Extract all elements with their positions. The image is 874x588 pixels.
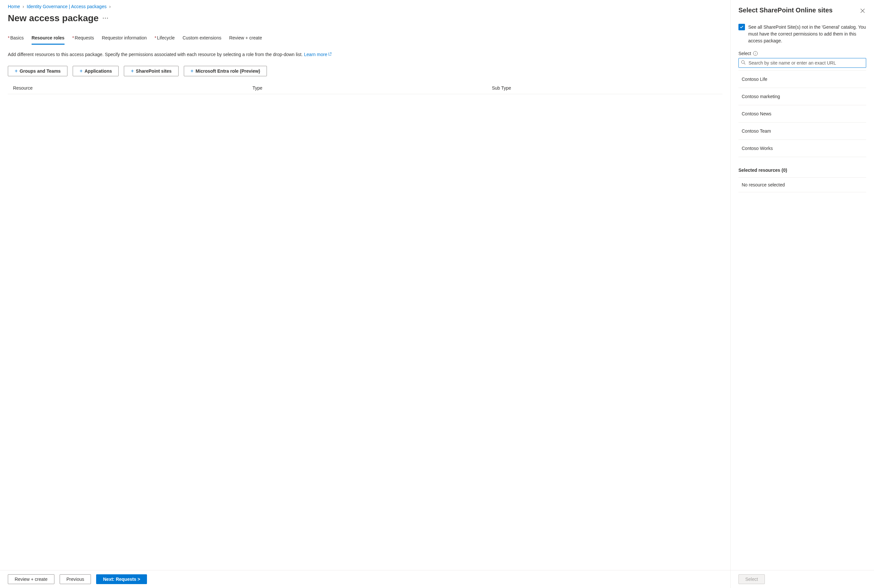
resource-table-header: Resource Type Sub Type: [8, 82, 723, 94]
tab-bar: *Basics Resource roles *Requests Request…: [8, 35, 723, 45]
search-input[interactable]: [738, 58, 866, 68]
tab-resource-roles[interactable]: Resource roles: [31, 35, 64, 45]
plus-icon: +: [15, 68, 18, 74]
site-item[interactable]: Contoso Life: [738, 71, 866, 88]
close-panel-button[interactable]: [859, 6, 866, 16]
learn-more-link[interactable]: Learn more: [304, 52, 332, 57]
select-sites-panel: Select SharePoint Online sites See all S…: [731, 0, 874, 588]
column-subtype: Sub Type: [492, 86, 717, 91]
site-list: Contoso Life Contoso marketing Contoso N…: [738, 70, 866, 157]
see-all-sites-checkbox-row[interactable]: See all SharePoint Site(s) not in the 'G…: [738, 24, 866, 44]
site-item[interactable]: Contoso Team: [738, 123, 866, 140]
resource-button-row: +Groups and Teams +Applications +SharePo…: [8, 66, 723, 76]
panel-header: Select SharePoint Online sites: [738, 6, 866, 16]
plus-icon: +: [190, 68, 193, 74]
page-title-text: New access package: [8, 13, 99, 24]
selected-resources-header: Selected resources (0): [738, 168, 866, 173]
column-resource: Resource: [13, 86, 253, 91]
breadcrumb-home[interactable]: Home: [8, 4, 20, 9]
panel-footer: Select: [731, 570, 874, 588]
tab-basics[interactable]: *Basics: [8, 35, 24, 45]
add-entra-role-button[interactable]: +Microsoft Entra role (Preview): [184, 66, 267, 76]
site-item[interactable]: Contoso News: [738, 105, 866, 123]
search-icon: [741, 60, 746, 66]
chevron-right-icon: ›: [22, 4, 24, 9]
site-item[interactable]: Contoso Works: [738, 140, 866, 157]
next-button[interactable]: Next: Requests >: [96, 574, 147, 584]
external-link-icon: [328, 51, 332, 58]
chevron-right-icon: ›: [109, 4, 111, 9]
review-create-button[interactable]: Review + create: [8, 574, 54, 584]
breadcrumb-governance[interactable]: Identity Governance | Access packages: [27, 4, 106, 9]
add-applications-button[interactable]: +Applications: [73, 66, 118, 76]
checkbox-label: See all SharePoint Site(s) not in the 'G…: [748, 24, 866, 44]
svg-point-0: [741, 61, 744, 63]
add-sharepoint-sites-button[interactable]: +SharePoint sites: [124, 66, 178, 76]
main-content-area: Home › Identity Governance | Access pack…: [0, 0, 731, 588]
help-text: Add different resources to this access p…: [8, 51, 723, 58]
tab-requestor-info[interactable]: Requestor information: [102, 35, 147, 45]
no-selection-text: No resource selected: [738, 177, 866, 192]
search-wrapper: [738, 58, 866, 68]
tab-requests[interactable]: *Requests: [72, 35, 94, 45]
tab-review-create[interactable]: Review + create: [229, 35, 262, 45]
site-item[interactable]: Contoso marketing: [738, 88, 866, 105]
previous-button[interactable]: Previous: [60, 574, 91, 584]
close-icon: [860, 9, 865, 13]
plus-icon: +: [79, 68, 82, 74]
add-groups-teams-button[interactable]: +Groups and Teams: [8, 66, 67, 76]
checkmark-icon: [739, 25, 744, 29]
breadcrumb: Home › Identity Governance | Access pack…: [8, 4, 723, 9]
column-type: Type: [253, 86, 492, 91]
select-button[interactable]: Select: [738, 574, 765, 584]
info-icon[interactable]: i: [753, 51, 758, 56]
more-actions-icon[interactable]: ···: [103, 15, 109, 21]
plus-icon: +: [131, 68, 133, 74]
tab-custom-extensions[interactable]: Custom extensions: [183, 35, 221, 45]
panel-title: Select SharePoint Online sites: [738, 6, 833, 14]
select-label: Select i: [738, 51, 866, 56]
main-footer: Review + create Previous Next: Requests …: [0, 570, 730, 588]
tab-lifecycle[interactable]: *Lifecycle: [154, 35, 175, 45]
checkbox-checked[interactable]: [738, 24, 745, 30]
page-title: New access package ···: [8, 13, 723, 24]
